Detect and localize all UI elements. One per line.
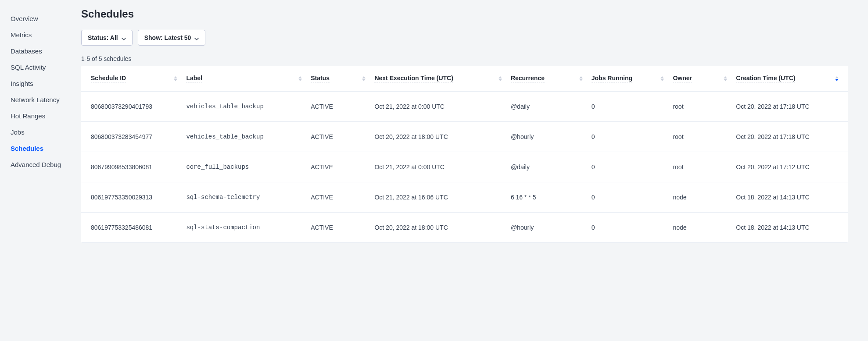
sidebar-item-schedules[interactable]: Schedules [0, 140, 81, 156]
cell-status: ACTIVE [306, 152, 370, 182]
cell-owner: node [668, 213, 732, 243]
cell-jobs-running: 0 [587, 122, 669, 152]
cell-creation-time: Oct 20, 2022 at 17:18 UTC [732, 122, 848, 152]
cell-next-execution: Oct 21, 2022 at 0:00 UTC [370, 152, 506, 182]
cell-schedule-id: 806197753325486081 [81, 213, 182, 243]
sidebar-item-sql-activity[interactable]: SQL Activity [0, 59, 81, 75]
result-count: 1-5 of 5 schedules [81, 55, 848, 62]
main-content: Schedules Status: All Show: Latest 50 1-… [81, 0, 868, 341]
col-recurrence[interactable]: Recurrence [506, 66, 587, 92]
table-row[interactable]: 806800373290401793vehicles_table_backupA… [81, 92, 848, 122]
sidebar-item-hot-ranges[interactable]: Hot Ranges [0, 108, 81, 124]
filter-bar: Status: All Show: Latest 50 [81, 30, 848, 46]
cell-jobs-running: 0 [587, 213, 669, 243]
table-row[interactable]: 806197753350029313sql-schema-telemetryAC… [81, 182, 848, 213]
cell-creation-time: Oct 20, 2022 at 17:18 UTC [732, 92, 848, 122]
sort-icon [298, 76, 302, 81]
cell-owner: root [668, 152, 732, 182]
cell-status: ACTIVE [306, 92, 370, 122]
sidebar-item-databases[interactable]: Databases [0, 43, 81, 59]
cell-owner: root [668, 92, 732, 122]
status-filter-label: Status: All [88, 34, 118, 41]
col-next-execution[interactable]: Next Execution Time (UTC) [370, 66, 506, 92]
status-filter-button[interactable]: Status: All [81, 30, 133, 46]
col-label[interactable]: Label [182, 66, 306, 92]
sort-icon [724, 76, 727, 81]
cell-owner: node [668, 182, 732, 213]
cell-schedule-id: 806799098533806081 [81, 152, 182, 182]
cell-label: vehicles_table_backup [182, 122, 306, 152]
col-owner[interactable]: Owner [668, 66, 732, 92]
col-jobs-running[interactable]: Jobs Running [587, 66, 669, 92]
cell-schedule-id: 806800373290401793 [81, 92, 182, 122]
col-schedule-id[interactable]: Schedule ID [81, 66, 182, 92]
cell-creation-time: Oct 18, 2022 at 14:13 UTC [732, 182, 848, 213]
cell-status: ACTIVE [306, 213, 370, 243]
cell-label: sql-schema-telemetry [182, 182, 306, 213]
sidebar-item-metrics[interactable]: Metrics [0, 27, 81, 43]
show-filter-button[interactable]: Show: Latest 50 [138, 30, 206, 46]
cell-status: ACTIVE [306, 122, 370, 152]
table-row[interactable]: 806800373283454977vehicles_table_backupA… [81, 122, 848, 152]
table-header-row: Schedule ID Label Status Next Execution … [81, 66, 848, 92]
schedules-table: Schedule ID Label Status Next Execution … [81, 66, 848, 243]
sort-icon [579, 76, 583, 81]
cell-owner: root [668, 122, 732, 152]
sort-icon [362, 76, 366, 81]
cell-schedule-id: 806197753350029313 [81, 182, 182, 213]
sort-icon [499, 76, 502, 81]
cell-jobs-running: 0 [587, 152, 669, 182]
table-row[interactable]: 806799098533806081core_full_backupsACTIV… [81, 152, 848, 182]
sidebar-item-insights[interactable]: Insights [0, 75, 81, 92]
cell-label: vehicles_table_backup [182, 92, 306, 122]
sidebar-item-advanced-debug[interactable]: Advanced Debug [0, 156, 81, 173]
sidebar-item-network-latency[interactable]: Network Latency [0, 92, 81, 108]
sort-icon [835, 76, 839, 81]
sidebar-item-jobs[interactable]: Jobs [0, 124, 81, 140]
show-filter-label: Show: Latest 50 [144, 34, 191, 41]
cell-next-execution: Oct 21, 2022 at 16:06 UTC [370, 182, 506, 213]
cell-recurrence: @hourly [506, 213, 587, 243]
cell-creation-time: Oct 20, 2022 at 17:12 UTC [732, 152, 848, 182]
cell-schedule-id: 806800373283454977 [81, 122, 182, 152]
chevron-down-icon [122, 36, 126, 40]
cell-jobs-running: 0 [587, 92, 669, 122]
cell-recurrence: @daily [506, 92, 587, 122]
sort-icon [660, 76, 664, 81]
cell-jobs-running: 0 [587, 182, 669, 213]
sort-icon [174, 76, 177, 81]
cell-next-execution: Oct 20, 2022 at 18:00 UTC [370, 213, 506, 243]
cell-recurrence: 6 16 * * 5 [506, 182, 587, 213]
cell-recurrence: @hourly [506, 122, 587, 152]
cell-next-execution: Oct 21, 2022 at 0:00 UTC [370, 92, 506, 122]
cell-recurrence: @daily [506, 152, 587, 182]
col-status[interactable]: Status [306, 66, 370, 92]
cell-label: core_full_backups [182, 152, 306, 182]
cell-creation-time: Oct 18, 2022 at 14:13 UTC [732, 213, 848, 243]
cell-next-execution: Oct 20, 2022 at 18:00 UTC [370, 122, 506, 152]
cell-label: sql-stats-compaction [182, 213, 306, 243]
chevron-down-icon [194, 36, 199, 40]
col-creation-time[interactable]: Creation Time (UTC) [732, 66, 848, 92]
cell-status: ACTIVE [306, 182, 370, 213]
sidebar-item-overview[interactable]: Overview [0, 11, 81, 27]
table-row[interactable]: 806197753325486081sql-stats-compactionAC… [81, 213, 848, 243]
sidebar: Overview Metrics Databases SQL Activity … [0, 0, 81, 341]
page-title: Schedules [81, 8, 848, 20]
